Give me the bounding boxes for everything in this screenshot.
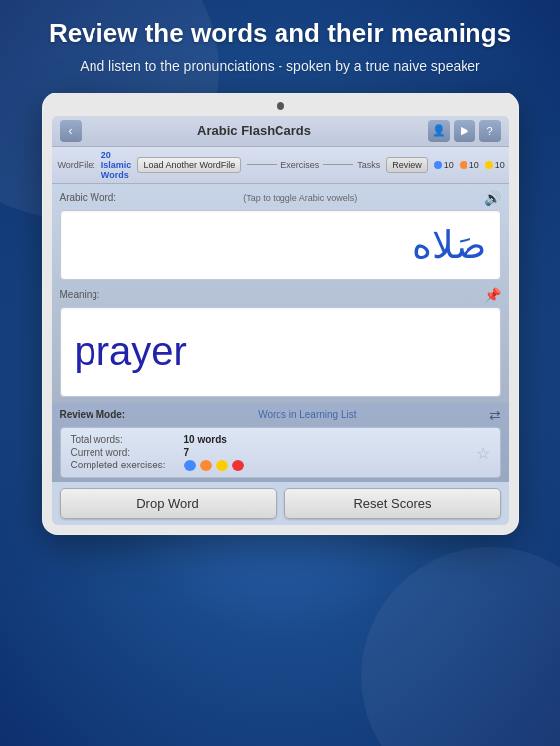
yellow-dot bbox=[485, 161, 493, 169]
meaning-header: Meaning: 📌 bbox=[60, 287, 501, 303]
app-topbar: ‹ Arabic FlashCards 👤 ▶ ? bbox=[52, 116, 509, 147]
wordfile-name-label: 20 Islamic Words bbox=[101, 150, 132, 180]
profile-icon[interactable]: 👤 bbox=[428, 120, 450, 142]
wordfile-prefix-label: WordFile: bbox=[58, 160, 95, 170]
play-icon[interactable]: ▶ bbox=[454, 120, 475, 142]
review-mode-header: Review Mode: Words in Learning List ⇄ bbox=[60, 407, 501, 423]
back-button[interactable]: ‹ bbox=[60, 120, 82, 142]
ipad-screen: ‹ Arabic FlashCards 👤 ▶ ? WordFile: 20 I… bbox=[52, 116, 509, 525]
drop-word-button[interactable]: Drop Word bbox=[60, 488, 277, 519]
completed-dot-red bbox=[232, 460, 244, 471]
completed-dots bbox=[184, 460, 244, 471]
ipad-frame: ‹ Arabic FlashCards 👤 ▶ ? WordFile: 20 I… bbox=[42, 93, 519, 535]
count-blue: 10 bbox=[434, 160, 454, 170]
topbar-icons: 👤 ▶ ? bbox=[428, 120, 501, 142]
arabic-word: صَلاه bbox=[412, 223, 486, 267]
arabic-label: Arabic Word: bbox=[60, 192, 117, 203]
exercises-section: Exercises Tasks bbox=[247, 160, 380, 170]
completed-dot-orange bbox=[200, 460, 212, 471]
arabic-header: Arabic Word: (Tap to toggle Arabic vowel… bbox=[60, 190, 501, 206]
completed-dot-yellow bbox=[216, 460, 228, 471]
audio-icon[interactable]: 🔊 bbox=[484, 190, 501, 206]
count-yellow: 10 bbox=[485, 160, 505, 170]
stat-total-value: 10 words bbox=[184, 434, 227, 445]
review-mode-label: Review Mode: bbox=[60, 409, 126, 420]
meaning-label: Meaning: bbox=[60, 289, 100, 300]
exercises-divider bbox=[247, 164, 277, 165]
shuffle-icon[interactable]: ⇄ bbox=[489, 407, 501, 423]
toggle-vowels-hint: (Tap to toggle Arabic vowels) bbox=[243, 193, 357, 203]
orange-dot bbox=[460, 161, 467, 169]
meaning-word: prayer bbox=[75, 329, 187, 374]
stat-total-row: Total words: 10 words bbox=[71, 434, 490, 445]
arabic-section: Arabic Word: (Tap to toggle Arabic vowel… bbox=[52, 184, 509, 283]
load-wordfile-button[interactable]: Load Another WordFile bbox=[137, 157, 241, 173]
completed-dot-blue bbox=[184, 460, 196, 471]
bottom-buttons: Drop Word Reset Scores bbox=[52, 482, 509, 525]
header-title: Review the words and their meanings bbox=[49, 18, 511, 49]
header-section: Review the words and their meanings And … bbox=[29, 0, 531, 83]
meaning-card[interactable]: prayer bbox=[60, 307, 501, 397]
tasks-label: Tasks bbox=[357, 160, 380, 170]
toolbar-row: WordFile: 20 Islamic Words Load Another … bbox=[52, 147, 509, 184]
review-mode-value: Words in Learning List bbox=[258, 409, 356, 420]
stat-current-value: 7 bbox=[184, 447, 190, 458]
stat-current-row: Current word: 7 bbox=[71, 447, 490, 458]
reset-scores-button[interactable]: Reset Scores bbox=[284, 488, 501, 519]
star-icon[interactable]: ☆ bbox=[476, 443, 490, 462]
meaning-section: Meaning: 📌 prayer bbox=[52, 283, 509, 403]
review-mode-section: Review Mode: Words in Learning List ⇄ To… bbox=[52, 403, 509, 482]
stat-completed-row: Completed exercises: bbox=[71, 460, 490, 471]
meaning-pin-icon[interactable]: 📌 bbox=[484, 287, 501, 303]
exercises-label: Exercises bbox=[280, 160, 319, 170]
exercises-divider2 bbox=[323, 164, 353, 165]
ipad-camera bbox=[277, 102, 284, 110]
stat-total-label: Total words: bbox=[71, 434, 180, 445]
count-orange: 10 bbox=[460, 160, 479, 170]
stat-current-label: Current word: bbox=[71, 447, 180, 458]
stats-card: Total words: 10 words Current word: 7 Co… bbox=[60, 427, 501, 478]
review-button[interactable]: Review bbox=[386, 157, 428, 173]
arabic-card[interactable]: صَلاه bbox=[60, 210, 501, 280]
stat-completed-label: Completed exercises: bbox=[71, 460, 180, 470]
app-title: Arabic FlashCards bbox=[82, 123, 428, 138]
help-icon[interactable]: ? bbox=[479, 120, 501, 142]
blue-dot bbox=[434, 161, 442, 169]
header-subtitle: And listen to the pronunciations - spoke… bbox=[49, 57, 511, 77]
